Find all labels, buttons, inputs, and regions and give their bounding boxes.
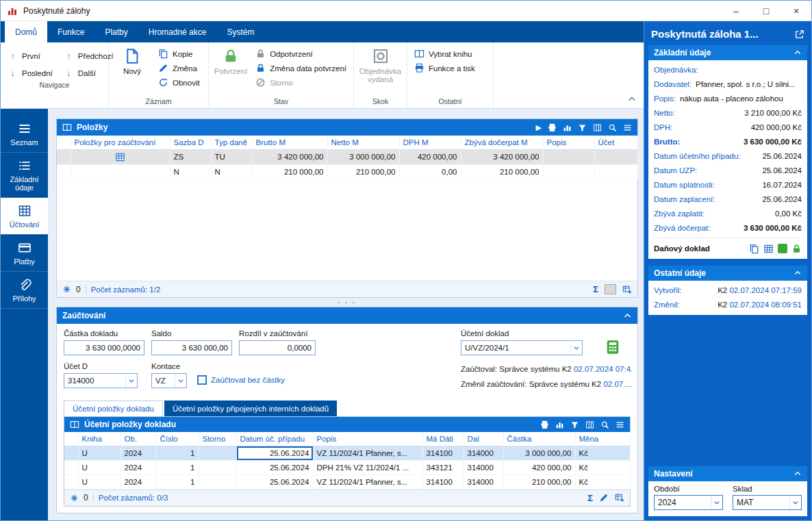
brutto-cell[interactable]: 210 000,00 [252, 164, 327, 179]
ucet-cell[interactable] [594, 164, 637, 179]
brutto-cell[interactable]: 3 420 000,00 [252, 149, 327, 164]
menu-icon[interactable] [623, 123, 632, 132]
close-button[interactable]: × [781, 1, 811, 21]
sidebar-item-zakladni-udaje[interactable]: Základní údaje [1, 153, 48, 198]
warehouse-combo[interactable]: MAT [733, 495, 802, 510]
chevron-down-icon[interactable] [570, 341, 582, 355]
chevron-up-icon[interactable] [794, 49, 802, 57]
row-selector-cell[interactable] [64, 474, 78, 489]
tab-system[interactable]: Systém [216, 21, 264, 42]
ma-dati-cell[interactable]: 314100 [422, 474, 464, 489]
col-typ-dane[interactable]: Typ daně [211, 136, 252, 149]
minimize-button[interactable]: – [721, 1, 751, 21]
dph-cell[interactable]: 420 000,00 [399, 149, 461, 164]
pencil-icon[interactable] [599, 493, 609, 503]
amount-input[interactable] [64, 340, 144, 355]
kontace-combo[interactable]: VZ [151, 373, 187, 388]
sum-icon[interactable]: Σ [587, 493, 593, 503]
chevron-down-icon[interactable] [789, 496, 801, 509]
section-header-zakladni[interactable]: Základní údaje [648, 45, 807, 60]
tab-ucetni-polozky-dokladu[interactable]: Účetní položky dokladu [64, 401, 163, 416]
saldo-input[interactable] [151, 340, 232, 355]
tab-platby[interactable]: Platby [94, 21, 138, 42]
ob-cell[interactable]: 2024 [120, 474, 156, 489]
castka-cell[interactable]: 210 000,00 [503, 474, 575, 489]
post-without-amount-checkbox[interactable]: Zaúčtovat bez částky [197, 375, 285, 385]
col-dph[interactable]: DPH M [399, 136, 461, 149]
ma-dati-cell[interactable]: 343121 [422, 460, 464, 474]
calculator-icon[interactable] [605, 339, 621, 355]
col-popis[interactable]: Popis [313, 432, 422, 446]
chevron-down-icon[interactable] [711, 496, 722, 509]
section-header-nastaveni[interactable]: Nastavení [648, 466, 807, 481]
popis-cell[interactable] [543, 149, 594, 164]
sidebar-item-prilohy[interactable]: Přílohy [1, 272, 48, 309]
filter-icon[interactable] [570, 420, 579, 429]
pro-zauctovani-cell[interactable] [71, 164, 170, 179]
sidebar-item-platby[interactable]: Platby [1, 235, 48, 272]
mena-cell[interactable]: Kč [575, 460, 630, 474]
datum-cell[interactable]: 25.06.2024 [236, 446, 313, 460]
castka-cell[interactable]: 3 000 000,00 [503, 446, 575, 460]
chevron-up-icon[interactable] [794, 470, 802, 478]
sazba-cell[interactable]: ZS [170, 149, 211, 164]
zbyva-cell[interactable]: 210 000,00 [461, 164, 543, 179]
cislo-cell[interactable]: 1 [156, 474, 199, 489]
select-book-button[interactable]: Vybrat knihu [410, 47, 479, 61]
col-netto[interactable]: Netto M [327, 136, 399, 149]
row-selector-header[interactable] [57, 136, 71, 149]
tab-funkce[interactable]: Funkce [47, 21, 94, 42]
chevron-up-icon[interactable] [794, 269, 802, 277]
tab-ucetni-polozky-internich-dokladu[interactable]: Účetní položky připojených interních dok… [164, 401, 337, 416]
row-selector-cell[interactable] [64, 446, 78, 460]
last-button[interactable]: ↓Poslední [3, 66, 57, 80]
collapse-section-icon[interactable] [623, 312, 632, 320]
print-icon[interactable] [548, 123, 557, 132]
snowflake-icon[interactable] [62, 285, 71, 294]
ob-cell[interactable]: 2024 [120, 460, 156, 474]
ucet-cell[interactable] [594, 149, 637, 164]
row-selector-cell[interactable] [57, 149, 71, 164]
netto-cell[interactable]: 3 000 000,00 [327, 149, 399, 164]
storno-cell[interactable] [199, 460, 236, 474]
functions-print-button[interactable]: Funkce a tisk [410, 61, 479, 75]
table-row[interactable]: U 2024 1 25.06.2024 VZ 11/2024/1 Pfanner… [64, 474, 630, 489]
popis-cell[interactable] [543, 164, 594, 179]
row-selector-cell[interactable] [64, 460, 78, 474]
pro-zauctovani-cell[interactable] [71, 149, 170, 164]
unconfirm-button[interactable]: Odpotvrzení [251, 47, 351, 61]
sum-icon[interactable]: Σ [593, 284, 598, 294]
col-castka[interactable]: Částka [503, 432, 575, 446]
zbyva-cell[interactable]: 3 420 000,00 [461, 149, 543, 164]
toggle-button[interactable] [605, 284, 616, 294]
copy-button[interactable]: Kopie [154, 47, 204, 61]
typ-cell[interactable]: N [211, 164, 252, 179]
netto-cell[interactable]: 210 000,00 [327, 164, 399, 179]
chevron-down-icon[interactable] [175, 374, 186, 387]
confirm-button[interactable]: Potvrzení [212, 45, 250, 75]
col-dal[interactable]: Dal [464, 432, 503, 446]
cancel-button[interactable]: Storno [251, 75, 351, 90]
table-row[interactable]: U 2024 1 25.06.2024 VZ 11/2024/1 Pfanner… [64, 446, 630, 460]
first-button[interactable]: ↑První [3, 49, 57, 63]
table-row[interactable]: U 2024 1 25.06.2024 DPH 21% VZ 11/2024/1… [64, 460, 630, 474]
popis-cell[interactable]: VZ 11/2024/1 Pfanner, s... [313, 474, 422, 489]
chevron-down-icon[interactable] [125, 374, 137, 387]
document-copy-icon[interactable] [749, 244, 759, 254]
sazba-cell[interactable]: N [170, 164, 211, 179]
search-icon[interactable] [608, 123, 617, 132]
castka-cell[interactable]: 420 000,00 [503, 460, 575, 474]
chart-icon[interactable] [563, 123, 572, 132]
kniha-cell[interactable]: U [78, 474, 120, 489]
col-storno[interactable]: Storno [199, 432, 236, 446]
col-mena[interactable]: Měna [575, 432, 630, 446]
accounting-doc-combo[interactable]: U/VZ/2024/1 [461, 340, 583, 355]
col-datum[interactable]: Datum úč. případu [236, 432, 313, 446]
horizontal-splitter[interactable]: • • • [56, 298, 638, 307]
mena-cell[interactable]: Kč [575, 474, 630, 489]
sidebar-item-uctovani[interactable]: Účtování [1, 198, 48, 235]
maximize-button[interactable]: □ [751, 1, 781, 21]
sidebar-item-seznam[interactable]: Seznam [1, 116, 48, 153]
change-confirm-date-button[interactable]: Změna data potvrzení [251, 61, 351, 75]
dal-cell[interactable]: 314000 [464, 474, 503, 489]
